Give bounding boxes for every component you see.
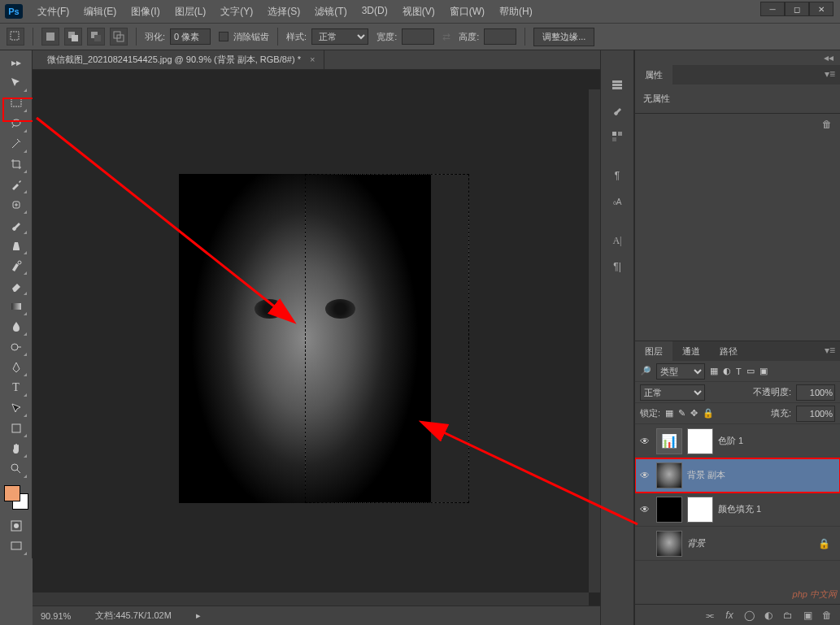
lock-position-icon[interactable]: ✥ — [690, 408, 698, 419]
character-style-icon[interactable]: A| — [605, 229, 629, 252]
blend-mode-select[interactable]: 正常 — [640, 384, 705, 401]
menu-layer[interactable]: 图层(L) — [168, 2, 213, 21]
path-selection-tool[interactable] — [5, 398, 28, 418]
layer-name[interactable]: 色阶 1 — [718, 435, 743, 447]
hand-tool[interactable] — [5, 439, 28, 458]
history-brush-tool[interactable] — [5, 256, 28, 276]
refine-edge-button[interactable]: 调整边缘... — [533, 28, 594, 46]
close-button[interactable]: ✕ — [809, 2, 833, 16]
horizontal-scrollbar[interactable] — [33, 592, 589, 605]
panel-menu-icon[interactable]: ▾≡ — [820, 65, 840, 85]
menu-3d[interactable]: 3D(D) — [355, 2, 394, 21]
fx-icon[interactable]: fx — [723, 609, 736, 622]
maximize-button[interactable]: ◻ — [785, 2, 809, 16]
menu-view[interactable]: 视图(V) — [396, 2, 442, 21]
gradient-tool[interactable] — [5, 297, 28, 316]
close-tab-icon[interactable]: × — [310, 54, 315, 64]
document-tab[interactable]: 微信截图_20210824154425.jpg @ 90.9% (背景 副本, … — [39, 50, 324, 69]
foreground-color-swatch[interactable] — [4, 485, 20, 501]
filter-pixel-icon[interactable]: ▦ — [710, 366, 718, 376]
menu-type[interactable]: 文字(Y) — [214, 2, 259, 21]
filter-type-select[interactable]: 类型 — [656, 363, 705, 380]
tool-preset-icon[interactable] — [7, 28, 24, 46]
visibility-toggle-icon[interactable] — [638, 537, 651, 550]
vertical-scrollbar[interactable] — [589, 89, 600, 592]
layer-name[interactable]: 颜色填充 1 — [718, 503, 761, 515]
fill-input[interactable] — [796, 406, 835, 422]
blur-tool[interactable] — [5, 317, 28, 336]
menu-file[interactable]: 文件(F) — [31, 2, 76, 21]
paths-tab[interactable]: 路径 — [710, 341, 747, 361]
channels-tab[interactable]: 通道 — [672, 341, 710, 361]
layer-item-background[interactable]: 背景 🔒 — [635, 527, 840, 561]
new-layer-icon[interactable]: ▣ — [801, 609, 814, 622]
new-selection-icon[interactable] — [41, 28, 59, 46]
minimize-button[interactable]: ─ — [760, 2, 785, 16]
dodge-tool[interactable] — [5, 337, 28, 357]
filter-type-icon[interactable]: T — [736, 367, 742, 376]
style-select[interactable]: 正常 — [311, 28, 368, 45]
visibility-toggle-icon[interactable]: 👁 — [638, 435, 651, 448]
pen-tool[interactable] — [5, 358, 28, 377]
lock-paint-icon[interactable]: ✎ — [678, 408, 685, 419]
screen-mode-tool[interactable] — [5, 536, 28, 556]
delete-layer-icon[interactable]: 🗑 — [820, 609, 833, 622]
layer-item-levels[interactable]: 👁 📊 色阶 1 — [635, 424, 840, 458]
color-swatches[interactable] — [4, 485, 28, 510]
layers-tab[interactable]: 图层 — [635, 341, 672, 361]
paragraph-style-icon[interactable]: ¶| — [605, 255, 629, 278]
canvas-viewport[interactable] — [33, 70, 600, 605]
eraser-tool[interactable] — [5, 276, 28, 296]
add-selection-icon[interactable] — [64, 28, 82, 46]
menu-edit[interactable]: 编辑(E) — [77, 2, 123, 21]
visibility-toggle-icon[interactable]: 👁 — [638, 503, 651, 516]
zoom-tool[interactable] — [5, 459, 28, 479]
filter-adjust-icon[interactable]: ◐ — [723, 366, 731, 376]
marquee-tool[interactable] — [5, 93, 28, 113]
collapse-arrow-icon[interactable]: ▸▸ — [5, 53, 28, 72]
brush-tool[interactable] — [5, 215, 28, 235]
healing-brush-tool[interactable] — [5, 195, 28, 215]
feather-input[interactable] — [170, 28, 211, 45]
quick-mask-tool[interactable] — [5, 516, 28, 536]
swap-wh-icon[interactable]: ⇄ — [442, 31, 450, 42]
trash-icon[interactable]: 🗑 — [820, 118, 833, 131]
shape-tool[interactable] — [5, 419, 28, 438]
doc-info[interactable]: 文档:445.7K/1.02M — [95, 610, 172, 622]
intersect-selection-icon[interactable] — [110, 28, 128, 46]
menu-filter[interactable]: 滤镜(T) — [308, 2, 353, 21]
menu-window[interactable]: 窗口(W) — [443, 2, 491, 21]
paragraph-panel-icon[interactable]: ¶ — [605, 164, 629, 187]
lock-transparent-icon[interactable]: ▦ — [665, 408, 673, 419]
link-layers-icon[interactable]: ⫘ — [703, 609, 716, 622]
antialias-checkbox[interactable] — [219, 32, 228, 41]
crop-tool[interactable] — [5, 154, 28, 174]
eyedropper-tool[interactable] — [5, 175, 28, 194]
clone-stamp-tool[interactable] — [5, 236, 28, 255]
height-input[interactable] — [484, 28, 516, 45]
lock-all-icon[interactable]: 🔒 — [703, 408, 714, 419]
filter-smart-icon[interactable]: ▣ — [759, 366, 768, 376]
menu-image[interactable]: 图像(I) — [124, 2, 166, 21]
fill-thumbnail[interactable] — [656, 497, 682, 523]
opacity-input[interactable] — [796, 384, 835, 401]
layer-mask-thumbnail[interactable] — [687, 428, 713, 454]
move-tool[interactable] — [5, 73, 28, 93]
subtract-selection-icon[interactable] — [87, 28, 105, 46]
layer-item-bg-copy[interactable]: 👁 背景 副本 — [635, 458, 840, 493]
layer-name[interactable]: 背景 — [687, 537, 705, 549]
type-tool[interactable]: T — [5, 378, 28, 397]
brush-panel-icon[interactable] — [605, 99, 629, 122]
new-group-icon[interactable]: 🗀 — [781, 609, 794, 622]
width-input[interactable] — [402, 28, 434, 45]
history-panel-icon[interactable] — [605, 73, 629, 96]
magic-wand-tool[interactable] — [5, 134, 28, 154]
properties-tab[interactable]: 属性 — [635, 65, 672, 85]
layer-name[interactable]: 背景 副本 — [687, 469, 725, 481]
visibility-toggle-icon[interactable]: 👁 — [638, 469, 651, 482]
menu-select[interactable]: 选择(S) — [261, 2, 307, 21]
layer-thumbnail[interactable] — [656, 531, 682, 557]
search-icon[interactable]: 🔎 — [640, 366, 651, 376]
character-panel-icon[interactable]: ₀A — [605, 190, 629, 213]
layer-mask-thumbnail[interactable] — [687, 497, 713, 523]
